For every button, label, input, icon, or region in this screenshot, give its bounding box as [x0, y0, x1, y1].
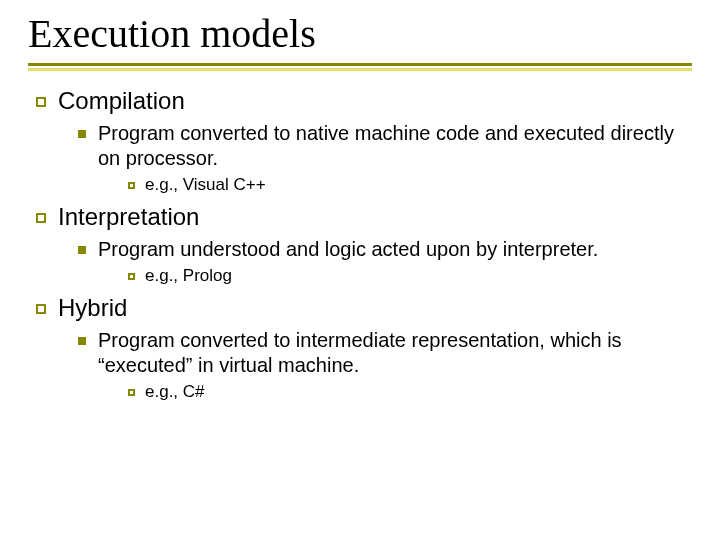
slide-title: Execution models: [28, 10, 692, 57]
item-example: e.g., Prolog: [145, 266, 692, 286]
bullet-solid-icon: [78, 337, 86, 345]
item-body: Program converted to intermediate repres…: [98, 328, 692, 378]
item-example: e.g., C#: [145, 382, 692, 402]
bullet-open-icon: [36, 213, 46, 223]
list-item: Interpretation: [36, 203, 692, 231]
bullet-open-icon: [36, 304, 46, 314]
item-heading: Hybrid: [58, 294, 692, 322]
list-item: Program converted to intermediate repres…: [78, 328, 692, 378]
list-item: e.g., Prolog: [128, 266, 692, 286]
bullet-tiny-icon: [128, 182, 135, 189]
bullet-solid-icon: [78, 246, 86, 254]
list-item: Compilation: [36, 87, 692, 115]
item-heading: Interpretation: [58, 203, 692, 231]
bullet-tiny-icon: [128, 389, 135, 396]
title-rule-dark: [28, 63, 692, 66]
list-item: Program converted to native machine code…: [78, 121, 692, 171]
item-heading: Compilation: [58, 87, 692, 115]
list-item: Hybrid: [36, 294, 692, 322]
item-example: e.g., Visual C++: [145, 175, 692, 195]
bullet-tiny-icon: [128, 273, 135, 280]
bullet-solid-icon: [78, 130, 86, 138]
bullet-open-icon: [36, 97, 46, 107]
list-item: e.g., Visual C++: [128, 175, 692, 195]
list-item: Program understood and logic acted upon …: [78, 237, 692, 262]
title-rule-light: [28, 68, 692, 71]
item-body: Program understood and logic acted upon …: [98, 237, 692, 262]
item-body: Program converted to native machine code…: [98, 121, 692, 171]
slide: Execution models Compilation Program con…: [0, 0, 720, 540]
list-item: e.g., C#: [128, 382, 692, 402]
